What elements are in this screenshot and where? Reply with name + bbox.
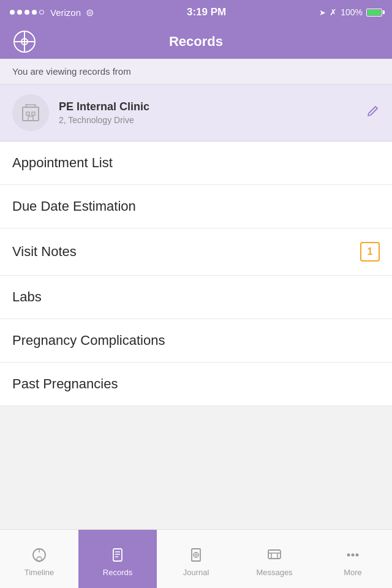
tab-bar: Timeline Records Journal [0, 529, 392, 588]
status-time: 3:19 PM [187, 6, 226, 18]
svg-point-27 [352, 553, 355, 556]
signal-dots [10, 10, 44, 15]
menu-item-visit-notes[interactable]: Visit Notes 1 [0, 228, 392, 276]
timeline-icon [29, 545, 49, 565]
tab-messages-label: Messages [256, 568, 292, 577]
journal-icon [186, 545, 206, 565]
svg-rect-22 [268, 550, 281, 559]
svg-rect-6 [32, 112, 35, 115]
bluetooth-icon: ✗ [330, 7, 337, 17]
battery-icon [366, 9, 382, 17]
clinic-card[interactable]: PE Internal Clinic 2, Technology Drive [0, 85, 392, 141]
battery-percent: 100% [341, 7, 363, 17]
menu-item-pregnancy-complications[interactable]: Pregnancy Complications [0, 319, 392, 363]
svg-rect-14 [113, 549, 122, 561]
clinic-building-icon [20, 102, 41, 123]
signal-dot-5 [39, 10, 44, 15]
tab-records[interactable]: Records [78, 530, 157, 588]
menu-list: Appointment List Due Date Estimation Vis… [0, 141, 392, 406]
status-bar: Verizon ⊜ 3:19 PM ➤ ✗ 100% [0, 0, 392, 24]
tab-journal[interactable]: Journal [157, 530, 235, 588]
tab-more-label: More [344, 568, 362, 577]
svg-rect-5 [26, 112, 29, 115]
signal-dot-3 [24, 10, 29, 15]
wifi-icon: ⊜ [86, 7, 94, 18]
signal-dot-1 [10, 10, 15, 15]
carrier-label: Verizon [50, 7, 81, 18]
status-right: ➤ ✗ 100% [319, 7, 382, 17]
signal-dot-4 [32, 10, 37, 15]
subheader-text: You are viewing records from [0, 59, 392, 85]
svg-point-26 [347, 553, 350, 556]
page-header: Records [0, 24, 392, 59]
tab-records-label: Records [103, 568, 132, 577]
page-title: Records [169, 34, 223, 50]
clinic-icon-wrap [12, 94, 49, 131]
location-icon: ➤ [319, 8, 326, 17]
svg-rect-4 [23, 107, 39, 121]
tab-more[interactable]: More [314, 530, 392, 588]
messages-icon [265, 545, 284, 565]
clinic-name: PE Internal Clinic [59, 100, 360, 113]
svg-rect-7 [28, 116, 33, 121]
svg-point-28 [356, 553, 359, 556]
visit-notes-badge: 1 [360, 242, 380, 262]
tab-journal-label: Journal [183, 568, 209, 577]
menu-item-appointment-list[interactable]: Appointment List [0, 141, 392, 185]
clinic-info: PE Internal Clinic 2, Technology Drive [59, 100, 360, 125]
edit-icon[interactable] [366, 104, 380, 121]
more-icon [343, 545, 363, 565]
menu-item-past-pregnancies[interactable]: Past Pregnancies [0, 363, 392, 406]
status-left: Verizon ⊜ [10, 7, 94, 18]
tab-messages[interactable]: Messages [235, 530, 314, 588]
records-icon [108, 545, 127, 565]
header-logo-icon [12, 29, 37, 54]
signal-dot-2 [17, 10, 22, 15]
menu-item-labs[interactable]: Labs [0, 276, 392, 319]
menu-item-due-date-estimation[interactable]: Due Date Estimation [0, 185, 392, 228]
clinic-address: 2, Technology Drive [59, 115, 360, 125]
tab-timeline-label: Timeline [24, 568, 55, 577]
tab-timeline[interactable]: Timeline [0, 530, 78, 588]
